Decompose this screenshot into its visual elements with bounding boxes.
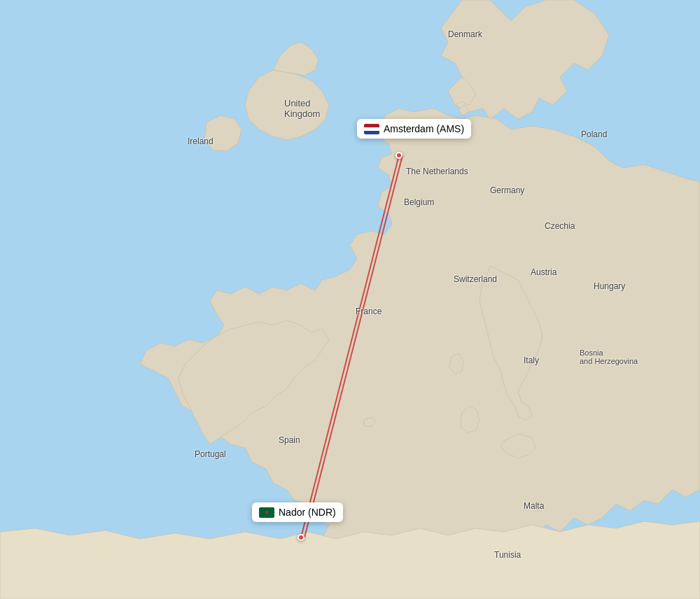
map-svg [0, 0, 700, 599]
nador-dot [298, 534, 304, 541]
map-container: Amsterdam (AMS) Nador (NDR) Denmark Unit… [0, 0, 700, 599]
amsterdam-dot [396, 152, 402, 159]
